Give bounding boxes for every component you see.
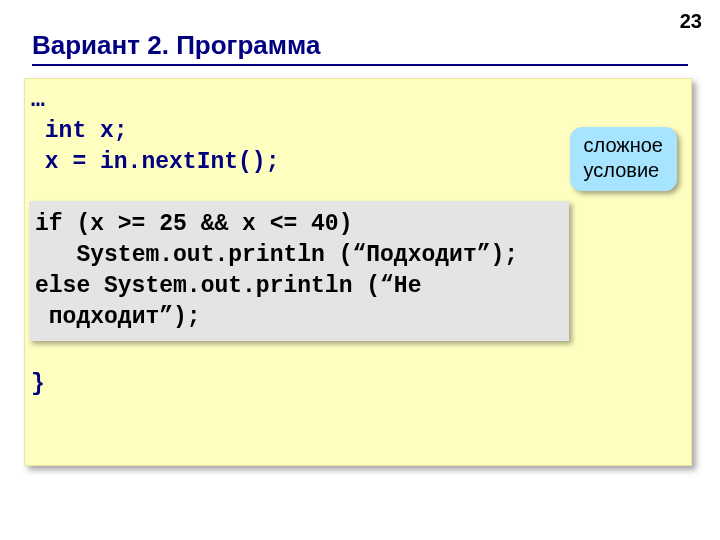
callout-line2: условие [584,158,663,183]
callout-badge: сложное условие [570,127,677,191]
callout-line1: сложное [584,133,663,158]
code-block-bottom: } [31,369,45,400]
highlighted-code-box: if (x >= 25 && x <= 40) System.out.print… [29,201,569,341]
page-number: 23 [680,10,702,33]
code-block-top: … int x; x = in.nextInt(); [31,85,279,178]
title-underline [32,64,688,66]
code-panel: … int x; x = in.nextInt(); сложное услов… [24,78,692,466]
slide-title: Вариант 2. Программа [32,30,320,61]
highlighted-code: if (x >= 25 && x <= 40) System.out.print… [35,209,561,333]
